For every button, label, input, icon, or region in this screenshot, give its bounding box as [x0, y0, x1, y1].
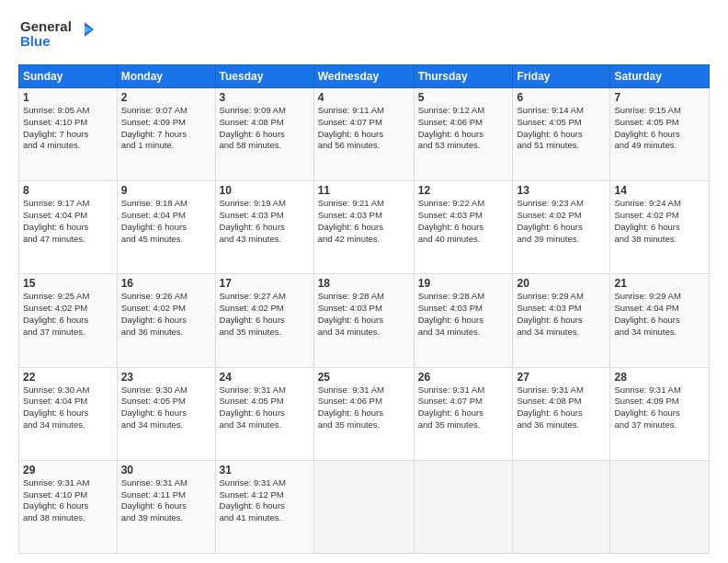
day-number: 29: [23, 464, 113, 477]
day-number: 3: [220, 91, 310, 104]
day-detail: Sunrise: 9:24 AMSunset: 4:02 PMDaylight:…: [614, 198, 680, 243]
day-number: 16: [121, 277, 211, 290]
header: General Blue: [18, 15, 710, 55]
calendar-table: SundayMondayTuesdayWednesdayThursdayFrid…: [18, 64, 710, 554]
day-number: 13: [517, 184, 606, 197]
day-detail: Sunrise: 9:31 AMSunset: 4:12 PMDaylight:…: [220, 477, 286, 523]
day-number: 9: [121, 184, 211, 197]
calendar-cell: [513, 460, 610, 553]
calendar-cell: 12 Sunrise: 9:22 AMSunset: 4:03 PMDaylig…: [414, 181, 513, 274]
day-number: 28: [614, 371, 705, 384]
day-detail: Sunrise: 9:31 AMSunset: 4:10 PMDaylight:…: [23, 477, 89, 523]
day-number: 2: [121, 91, 211, 104]
day-number: 10: [220, 184, 310, 197]
calendar-cell: [414, 460, 513, 553]
day-detail: Sunrise: 9:11 AMSunset: 4:07 PMDaylight:…: [318, 105, 384, 150]
day-number: 20: [517, 277, 606, 290]
day-detail: Sunrise: 9:31 AMSunset: 4:09 PMDaylight:…: [614, 385, 680, 430]
day-detail: Sunrise: 9:25 AMSunset: 4:02 PMDaylight:…: [23, 291, 89, 336]
day-number: 4: [318, 91, 410, 104]
calendar-week-row: 15 Sunrise: 9:25 AMSunset: 4:02 PMDaylig…: [19, 274, 710, 367]
day-number: 12: [418, 184, 509, 197]
day-detail: Sunrise: 9:05 AMSunset: 4:10 PMDaylight:…: [23, 105, 89, 150]
calendar-cell: 13 Sunrise: 9:23 AMSunset: 4:02 PMDaylig…: [513, 181, 610, 274]
day-number: 18: [318, 277, 410, 290]
calendar-week-row: 29 Sunrise: 9:31 AMSunset: 4:10 PMDaylig…: [19, 460, 710, 553]
calendar-cell: 22 Sunrise: 9:30 AMSunset: 4:04 PMDaylig…: [19, 367, 118, 460]
day-number: 1: [23, 91, 113, 104]
calendar-week-row: 22 Sunrise: 9:30 AMSunset: 4:04 PMDaylig…: [19, 367, 710, 460]
calendar-cell: 8 Sunrise: 9:17 AMSunset: 4:04 PMDayligh…: [19, 181, 118, 274]
day-detail: Sunrise: 9:15 AMSunset: 4:05 PMDaylight:…: [614, 105, 680, 150]
logo: General Blue: [18, 15, 101, 55]
calendar-cell: 5 Sunrise: 9:12 AMSunset: 4:06 PMDayligh…: [414, 88, 513, 181]
day-detail: Sunrise: 9:31 AMSunset: 4:08 PMDaylight:…: [517, 385, 583, 430]
calendar-cell: 24 Sunrise: 9:31 AMSunset: 4:05 PMDaylig…: [215, 367, 313, 460]
day-number: 5: [418, 91, 509, 104]
day-detail: Sunrise: 9:28 AMSunset: 4:03 PMDaylight:…: [418, 291, 484, 336]
day-number: 25: [318, 371, 410, 384]
calendar-cell: 7 Sunrise: 9:15 AMSunset: 4:05 PMDayligh…: [610, 88, 710, 181]
calendar-cell: 14 Sunrise: 9:24 AMSunset: 4:02 PMDaylig…: [610, 181, 710, 274]
day-of-week-header: Thursday: [414, 65, 513, 88]
calendar-cell: 21 Sunrise: 9:29 AMSunset: 4:04 PMDaylig…: [610, 274, 710, 367]
calendar-cell: 18 Sunrise: 9:28 AMSunset: 4:03 PMDaylig…: [313, 274, 414, 367]
calendar-cell: 1 Sunrise: 9:05 AMSunset: 4:10 PMDayligh…: [19, 88, 118, 181]
day-number: 27: [517, 371, 606, 384]
day-detail: Sunrise: 9:14 AMSunset: 4:05 PMDaylight:…: [517, 105, 583, 150]
day-detail: Sunrise: 9:18 AMSunset: 4:04 PMDaylight:…: [121, 198, 188, 243]
calendar-week-row: 1 Sunrise: 9:05 AMSunset: 4:10 PMDayligh…: [19, 88, 710, 181]
day-detail: Sunrise: 9:17 AMSunset: 4:04 PMDaylight:…: [23, 198, 89, 243]
calendar-cell: 23 Sunrise: 9:30 AMSunset: 4:05 PMDaylig…: [117, 367, 215, 460]
day-number: 17: [220, 277, 310, 290]
day-detail: Sunrise: 9:21 AMSunset: 4:03 PMDaylight:…: [318, 198, 384, 243]
day-detail: Sunrise: 9:09 AMSunset: 4:08 PMDaylight:…: [220, 105, 286, 150]
day-detail: Sunrise: 9:31 AMSunset: 4:06 PMDaylight:…: [318, 385, 384, 430]
day-of-week-header: Monday: [117, 65, 215, 88]
calendar-cell: 10 Sunrise: 9:19 AMSunset: 4:03 PMDaylig…: [215, 181, 313, 274]
day-detail: Sunrise: 9:07 AMSunset: 4:09 PMDaylight:…: [121, 105, 188, 150]
day-detail: Sunrise: 9:26 AMSunset: 4:02 PMDaylight:…: [121, 291, 188, 336]
calendar-cell: 4 Sunrise: 9:11 AMSunset: 4:07 PMDayligh…: [313, 88, 414, 181]
svg-text:Blue: Blue: [20, 33, 51, 49]
day-number: 30: [121, 464, 211, 477]
day-number: 22: [23, 371, 113, 384]
calendar-header-row: SundayMondayTuesdayWednesdayThursdayFrid…: [19, 65, 710, 88]
calendar-cell: 20 Sunrise: 9:29 AMSunset: 4:03 PMDaylig…: [513, 274, 610, 367]
calendar-cell: 15 Sunrise: 9:25 AMSunset: 4:02 PMDaylig…: [19, 274, 118, 367]
day-number: 15: [23, 277, 113, 290]
day-detail: Sunrise: 9:30 AMSunset: 4:04 PMDaylight:…: [23, 385, 89, 430]
day-detail: Sunrise: 9:22 AMSunset: 4:03 PMDaylight:…: [418, 198, 484, 243]
calendar-cell: 31 Sunrise: 9:31 AMSunset: 4:12 PMDaylig…: [215, 460, 313, 553]
calendar-week-row: 8 Sunrise: 9:17 AMSunset: 4:04 PMDayligh…: [19, 181, 710, 274]
day-detail: Sunrise: 9:29 AMSunset: 4:04 PMDaylight:…: [614, 291, 680, 336]
day-number: 23: [121, 371, 211, 384]
day-number: 31: [220, 464, 310, 477]
day-of-week-header: Wednesday: [313, 65, 414, 88]
calendar-cell: 2 Sunrise: 9:07 AMSunset: 4:09 PMDayligh…: [117, 88, 215, 181]
day-detail: Sunrise: 9:27 AMSunset: 4:02 PMDaylight:…: [220, 291, 286, 336]
day-of-week-header: Friday: [513, 65, 610, 88]
calendar-cell: 26 Sunrise: 9:31 AMSunset: 4:07 PMDaylig…: [414, 367, 513, 460]
calendar-cell: 17 Sunrise: 9:27 AMSunset: 4:02 PMDaylig…: [215, 274, 313, 367]
day-number: 19: [418, 277, 509, 290]
calendar-page: General Blue SundayMondayTuesdayWednesda…: [0, 0, 728, 563]
calendar-cell: 25 Sunrise: 9:31 AMSunset: 4:06 PMDaylig…: [313, 367, 414, 460]
day-detail: Sunrise: 9:28 AMSunset: 4:03 PMDaylight:…: [318, 291, 384, 336]
calendar-cell: 27 Sunrise: 9:31 AMSunset: 4:08 PMDaylig…: [513, 367, 610, 460]
calendar-cell: 30 Sunrise: 9:31 AMSunset: 4:11 PMDaylig…: [117, 460, 215, 553]
day-of-week-header: Sunday: [19, 65, 118, 88]
calendar-cell: 11 Sunrise: 9:21 AMSunset: 4:03 PMDaylig…: [313, 181, 414, 274]
day-of-week-header: Tuesday: [215, 65, 313, 88]
calendar-cell: 3 Sunrise: 9:09 AMSunset: 4:08 PMDayligh…: [215, 88, 313, 181]
day-of-week-header: Saturday: [610, 65, 710, 88]
day-detail: Sunrise: 9:31 AMSunset: 4:07 PMDaylight:…: [418, 385, 484, 430]
day-number: 6: [517, 91, 606, 104]
calendar-cell: 6 Sunrise: 9:14 AMSunset: 4:05 PMDayligh…: [513, 88, 610, 181]
calendar-cell: [610, 460, 710, 553]
calendar-cell: 9 Sunrise: 9:18 AMSunset: 4:04 PMDayligh…: [117, 181, 215, 274]
calendar-cell: 19 Sunrise: 9:28 AMSunset: 4:03 PMDaylig…: [414, 274, 513, 367]
day-number: 24: [220, 371, 310, 384]
svg-text:General: General: [20, 18, 72, 34]
day-detail: Sunrise: 9:30 AMSunset: 4:05 PMDaylight:…: [121, 385, 188, 430]
